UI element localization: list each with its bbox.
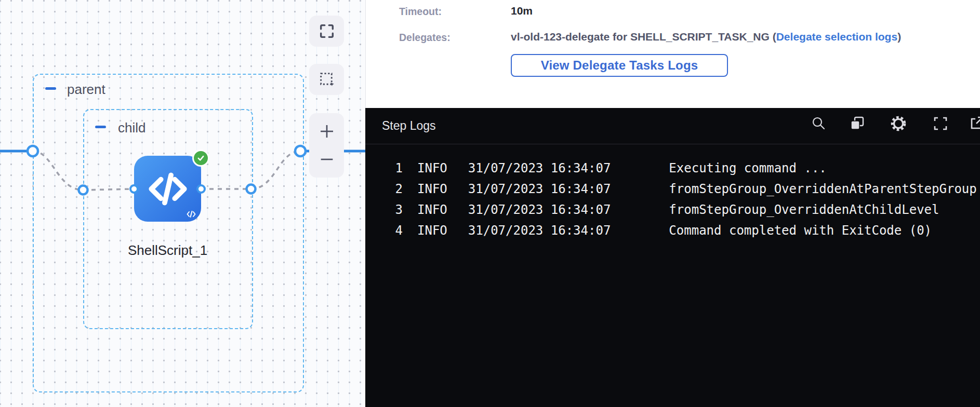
timeout-value: 10m [511, 5, 533, 17]
log-level: INFO [417, 158, 447, 179]
minus-icon [319, 151, 335, 168]
parent-group-label: parent [67, 82, 105, 98]
delegates-value: vl-old-123-delegate for SHELL_SCRIPT_TAS… [511, 31, 901, 43]
log-line-number: 3 [389, 199, 403, 220]
log-message: Command completed with ExitCode (0) [669, 220, 932, 241]
log-level: INFO [417, 199, 447, 220]
settings-icon[interactable] [890, 115, 907, 132]
check-icon [196, 154, 205, 162]
log-line-number: 2 [389, 179, 403, 199]
delegates-label: Delegates: [399, 32, 451, 44]
delegates-value-text: vl-old-123-delegate for SHELL_SCRIPT_TAS… [511, 31, 776, 43]
log-line: 2INFO31/07/2023 16:34:07fromStepGroup_Ov… [389, 179, 980, 199]
copy-icon[interactable] [849, 115, 866, 132]
code-icon [145, 166, 191, 212]
step-logs-body[interactable]: 1INFO31/07/2023 16:34:07Executing comman… [365, 144, 980, 241]
log-line: 1INFO31/07/2023 16:34:07Executing comman… [389, 158, 980, 179]
canvas-fullscreen-icon [318, 22, 336, 40]
collapse-child-group-icon[interactable] [95, 126, 106, 128]
success-badge [192, 150, 209, 167]
log-line-number: 4 [389, 220, 403, 241]
log-message: Executing command ... [669, 158, 826, 179]
open-in-new-icon[interactable] [968, 115, 980, 132]
log-timestamp: 31/07/2023 16:34:07 [468, 179, 611, 199]
collapse-parent-group-icon[interactable] [45, 87, 56, 90]
log-line: 4INFO31/07/2023 16:34:07Command complete… [389, 220, 980, 241]
zoom-in-button[interactable] [309, 118, 344, 144]
step-logs-panel: Step Logs 1IN [365, 108, 980, 407]
log-line-number: 1 [389, 158, 403, 179]
delegate-selection-logs-link[interactable]: Delegate selection logs [776, 31, 897, 43]
step-details-panel: Timeout: 10m Delegates: vl-old-123-deleg… [365, 0, 980, 108]
fullscreen-icon[interactable] [932, 115, 949, 132]
zoom-controls [309, 113, 344, 178]
step-node-shellscript[interactable] [134, 156, 201, 222]
delegates-value-suffix: ) [897, 31, 901, 43]
log-timestamp: 31/07/2023 16:34:07 [468, 199, 611, 220]
step-name-label: ShellScript_1 [115, 242, 220, 259]
log-level: INFO [417, 179, 447, 199]
log-timestamp: 31/07/2023 16:34:07 [468, 220, 611, 241]
view-delegate-tasks-logs-button[interactable]: View Delegate Tasks Logs [511, 54, 728, 77]
step-logs-title: Step Logs [382, 119, 436, 133]
zoom-out-button[interactable] [309, 146, 344, 172]
log-message: fromStepGroup_OverriddenAtChildLevel [669, 199, 939, 220]
marquee-select-icon [318, 71, 336, 88]
log-timestamp: 31/07/2023 16:34:07 [468, 158, 611, 179]
log-level: INFO [417, 220, 447, 241]
pipeline-canvas[interactable]: parent child [0, 0, 365, 407]
pipeline-step-details-screen: parent child [0, 0, 980, 407]
marquee-select-button[interactable] [309, 64, 344, 95]
child-group-label: child [118, 120, 145, 136]
log-line: 3INFO31/07/2023 16:34:07fromStepGroup_Ov… [389, 199, 980, 220]
search-icon[interactable] [811, 115, 827, 132]
plus-icon [319, 123, 335, 140]
canvas-fullscreen-button[interactable] [309, 16, 344, 47]
code-mini-icon [186, 210, 196, 218]
step-logs-header: Step Logs [365, 108, 980, 144]
log-message: fromStepGroup_OverriddenAtParentStepGrou… [669, 179, 976, 199]
timeout-label: Timeout: [399, 6, 442, 18]
